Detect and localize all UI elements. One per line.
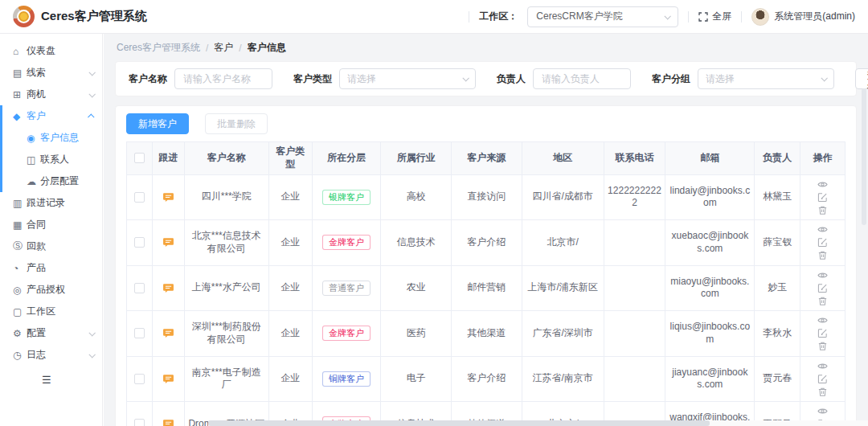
- delete-icon[interactable]: [817, 205, 828, 215]
- edit-icon[interactable]: [817, 237, 828, 248]
- app-logo-icon: [13, 6, 35, 27]
- sidebar-item-settings[interactable]: ⚙ 配置: [0, 322, 102, 344]
- cell-customer-name: 四川***学院: [184, 174, 268, 219]
- breadcrumb-item[interactable]: 客户: [214, 41, 233, 55]
- view-icon[interactable]: [817, 315, 828, 326]
- sidebar-item-product[interactable]: ◔ 产品: [0, 257, 102, 279]
- row-checkbox-cell: [127, 174, 153, 219]
- add-customer-button[interactable]: 新增客户: [126, 113, 189, 134]
- tier-tag: 铜牌客户: [322, 371, 371, 387]
- cell-customer-type: 企业: [268, 174, 312, 219]
- horizontal-scrollbar[interactable]: [208, 420, 868, 426]
- table-header-row: 跟进 客户名称 客户类型 所在分层 所属行业 客户来源 地区 联系电话 邮箱 负…: [127, 142, 845, 175]
- table-row: 北京***信息技术有限公司 企业 金牌客户 信息技术 客户介绍 北京市/ xue…: [127, 220, 845, 265]
- row-checkbox[interactable]: [134, 374, 145, 384]
- follow-up-icon[interactable]: [162, 191, 174, 203]
- breadcrumb-separator: /: [206, 43, 208, 54]
- follow-up-icon[interactable]: [162, 327, 174, 339]
- chevron-down-icon: [88, 351, 95, 358]
- cell-actions: [800, 220, 845, 265]
- header-checkbox-cell: [127, 142, 153, 175]
- sidebar-item-customer[interactable]: ◆ 客户: [2, 105, 102, 127]
- follow-up-icon[interactable]: [162, 236, 174, 248]
- row-follow-cell: [153, 220, 184, 265]
- view-icon[interactable]: [817, 224, 828, 235]
- sidebar-item-contract[interactable]: ▦ 合同: [0, 214, 102, 236]
- search-button[interactable]: 查询: [855, 68, 868, 89]
- delete-icon[interactable]: [817, 387, 828, 397]
- row-checkbox[interactable]: [134, 419, 145, 426]
- customer-name-input[interactable]: [174, 68, 272, 89]
- sidebar-item-log[interactable]: ◷ 日志: [0, 344, 102, 366]
- sidebar-item-dashboard[interactable]: ⌂ 仪表盘: [0, 40, 102, 62]
- cell-owner: 李秋水: [755, 311, 800, 356]
- edit-icon[interactable]: [817, 328, 828, 338]
- workspace-label: 工作区：: [479, 10, 518, 23]
- table-row: 上海***水产公司 企业 普通客户 农业 邮件营销 上海市/浦东新区 miaoy…: [127, 265, 845, 310]
- fullscreen-icon: [698, 12, 708, 22]
- row-checkbox[interactable]: [134, 283, 145, 293]
- cell-region: 上海市/浦东新区: [522, 265, 604, 310]
- follow-up-icon[interactable]: [162, 282, 174, 294]
- delete-icon[interactable]: [817, 296, 828, 306]
- view-icon[interactable]: [817, 179, 828, 190]
- tier-tag: 金牌客户: [322, 235, 371, 250]
- customer-group-select[interactable]: 请选择: [698, 68, 834, 89]
- chevron-down-icon: [88, 330, 95, 336]
- sidebar-item-follow-records[interactable]: ▥ 跟进记录: [0, 192, 102, 214]
- cell-owner: 妙玉: [755, 265, 800, 310]
- follow-up-icon[interactable]: [162, 373, 174, 385]
- cell-industry: 农业: [381, 265, 452, 310]
- top-header: Ceres客户管理系统 工作区： CeresCRM客户学院 全屏 系统管理员(a…: [0, 0, 868, 34]
- sidebar-item-contacts[interactable]: ◫ 联系人: [2, 149, 102, 170]
- cell-actions: [800, 265, 845, 310]
- sidebar-item-leads[interactable]: ▤ 线索: [0, 62, 102, 84]
- row-checkbox[interactable]: [134, 192, 145, 203]
- sidebar-collapse-icon[interactable]: ☰: [42, 374, 102, 386]
- edit-icon[interactable]: [817, 374, 828, 384]
- batch-delete-button[interactable]: 批量删除: [205, 113, 268, 134]
- breadcrumb-item[interactable]: Ceres客户管理系统: [117, 41, 200, 55]
- user-menu[interactable]: 系统管理员(admin): [751, 8, 855, 26]
- workspace-icon: ▢: [13, 306, 27, 317]
- sidebar-item-workspace[interactable]: ▢ 工作区: [0, 301, 102, 322]
- delete-icon[interactable]: [817, 341, 828, 351]
- follow-up-icon[interactable]: [162, 418, 174, 426]
- vertical-scrollbar[interactable]: [862, 88, 866, 225]
- sidebar-item-product-license[interactable]: ◎ 产品授权: [0, 279, 102, 301]
- sidebar-item-tier-config[interactable]: ☁ 分层配置: [2, 170, 102, 192]
- tier-tag: 普通客户: [322, 281, 371, 296]
- edit-icon[interactable]: [817, 192, 828, 203]
- opportunity-icon: ⊞: [13, 89, 27, 100]
- cell-tier: 金牌客户: [312, 220, 381, 265]
- select-all-checkbox[interactable]: [134, 153, 145, 163]
- cell-region: 广东省/深圳市: [522, 311, 604, 356]
- view-icon[interactable]: [817, 406, 828, 416]
- cell-industry: 电子: [381, 356, 452, 401]
- edit-icon[interactable]: [817, 283, 828, 293]
- avatar: [751, 8, 769, 26]
- row-checkbox[interactable]: [134, 328, 145, 338]
- sidebar-item-opportunity[interactable]: ⊞ 商机: [0, 84, 102, 105]
- row-checkbox-cell: [127, 402, 153, 426]
- view-icon[interactable]: [817, 361, 828, 371]
- settings-icon: ⚙: [13, 328, 27, 339]
- owner-input[interactable]: [533, 68, 631, 89]
- sidebar: ⌂ 仪表盘 ▤ 线索 ⊞ 商机 ◆ 客户 ◉ 客户信息 ◫ 联系人 ☁ 分层配置…: [0, 34, 103, 426]
- customer-table-panel: 新增客户 批量删除 跟进 客户名称 客户类型 所在分层 所属行业 客户来源 地区: [115, 105, 857, 426]
- delete-icon[interactable]: [817, 250, 828, 260]
- sidebar-item-payment[interactable]: Ⓢ 回款: [0, 236, 102, 257]
- row-checkbox[interactable]: [134, 237, 145, 248]
- fullscreen-button[interactable]: 全屏: [698, 10, 731, 23]
- cell-email: miaoyu@jinbooks.com: [665, 265, 755, 310]
- cell-source: 客户介绍: [452, 356, 522, 401]
- sidebar-item-customer-info[interactable]: ◉ 客户信息: [2, 127, 102, 149]
- view-icon[interactable]: [817, 270, 828, 281]
- cell-source: 客户介绍: [452, 220, 522, 265]
- workspace-select[interactable]: CeresCRM客户学院: [527, 6, 678, 27]
- cell-customer-type: 企业: [268, 311, 312, 356]
- cell-customer-name: 深圳***制药股份有限公司: [184, 311, 268, 356]
- customer-info-icon: ◉: [27, 133, 40, 144]
- cell-source: 直接访问: [452, 174, 522, 219]
- customer-type-select[interactable]: 请选择: [339, 68, 476, 89]
